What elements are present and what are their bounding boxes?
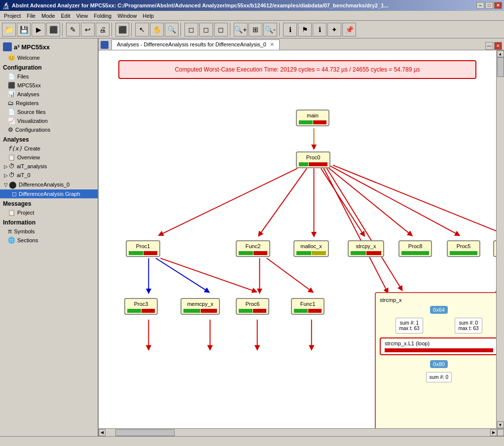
- menu-project[interactable]: Project: [1, 12, 24, 20]
- menu-bar: Project File Mode Edit View Folding Wind…: [0, 11, 504, 21]
- maximize-button[interactable]: □: [485, 2, 493, 9]
- sidebar-item-ait-analysis[interactable]: ▷ ⏱ aiT_analysis: [0, 162, 98, 171]
- scrollbar-up-button[interactable]: ▲: [497, 50, 504, 57]
- node-proc6[interactable]: Proc6: [236, 298, 269, 315]
- scrollbar-thumb[interactable]: [497, 57, 504, 77]
- node-proc8-bar-green: [401, 251, 429, 255]
- sidebar-item-overview[interactable]: 📋 Overview: [0, 153, 98, 162]
- sidebar-item-mpc55xx[interactable]: ⬛ MPC55xx: [0, 81, 98, 90]
- toolbar-flag[interactable]: ⚑: [298, 23, 312, 37]
- node-proc1[interactable]: Proc1: [126, 240, 160, 257]
- sidebar-item-welcome[interactable]: 😊 Welcome: [0, 53, 98, 62]
- scrollbar-track[interactable]: [497, 57, 504, 421]
- toolbar-btn-1[interactable]: 📁: [2, 23, 16, 37]
- analyses-section-header: Analyses: [0, 134, 98, 144]
- sidebar-item-visualization[interactable]: 📈 Visualization: [0, 116, 98, 125]
- sidebar-item-files[interactable]: 📄 Files: [0, 72, 98, 81]
- sidebar-item-source-files[interactable]: 📄 Source files: [0, 108, 98, 116]
- tree-toggle-ait[interactable]: ▷: [4, 164, 8, 169]
- node-proc0-bar-red: [309, 162, 327, 166]
- app-cube-icon: [3, 42, 12, 51]
- toolbar-info[interactable]: ℹ: [283, 23, 297, 37]
- toolbar-btn-7[interactable]: 🖨: [96, 23, 109, 37]
- toolbar-btn-10[interactable]: ◻: [199, 23, 213, 37]
- hex-node-80-container: 0x80: [380, 360, 496, 368]
- toolbar-btn-11[interactable]: ◻: [214, 23, 228, 37]
- scrollbar-down-button[interactable]: ▼: [497, 421, 504, 428]
- scrollbar-hthumb[interactable]: [115, 429, 175, 436]
- toolbar-zoom-in[interactable]: 🔍+: [234, 23, 248, 37]
- sidebar-item-diff-analysis[interactable]: ▽ ⬤ DifferenceAnalysis_0: [0, 180, 98, 189]
- menu-window[interactable]: Window: [114, 12, 140, 20]
- node-main[interactable]: main: [296, 110, 329, 126]
- sidebar-item-symbols[interactable]: π Symbols: [0, 227, 98, 236]
- toolbar-btn-6[interactable]: ↩: [81, 23, 95, 37]
- sum-nodes-row: sum #: 1 max t: 63 sum #: 0 max t: 63: [380, 318, 496, 334]
- node-strcpy-x[interactable]: strcpy_x: [348, 240, 384, 257]
- node-memcpy-x[interactable]: memcpy_x: [180, 298, 220, 315]
- title-bar-controls[interactable]: – □ ✕: [476, 2, 502, 9]
- sidebar-item-configurations[interactable]: ⚙ Configurations: [0, 125, 98, 134]
- menu-view[interactable]: View: [73, 12, 91, 20]
- hex-node-container: 0x64: [380, 306, 496, 314]
- tab-collapse-button[interactable]: —: [485, 42, 493, 50]
- minimize-button[interactable]: –: [476, 2, 484, 9]
- title-text: AbsInt Advanced Analyzer for MPC55xx: C:…: [12, 2, 389, 8]
- node-proc8[interactable]: Proc8: [398, 240, 432, 257]
- scrollbar-right-button[interactable]: ▶: [490, 429, 497, 436]
- sidebar-item-sections[interactable]: 🌐 Sections: [0, 236, 98, 245]
- menu-edit[interactable]: Edit: [58, 12, 73, 20]
- loop-node[interactable]: strcmp_x.L1 (loop): [380, 337, 496, 355]
- toolbar-info2[interactable]: ℹ: [313, 23, 326, 37]
- tab-close-button[interactable]: ✕: [270, 41, 274, 47]
- node-malloc-x[interactable]: malloc_x: [293, 240, 329, 257]
- hex-node-64[interactable]: 0x64: [430, 306, 448, 314]
- diff-icon: ⬤: [9, 181, 17, 188]
- scrollbar-htrack[interactable]: [106, 429, 490, 436]
- svg-line-14: [325, 167, 401, 289]
- tab-close-x-button[interactable]: ✕: [494, 42, 502, 50]
- node-proc0[interactable]: Proc0: [296, 151, 330, 168]
- toolbar-pin[interactable]: 📌: [342, 23, 356, 37]
- wcet-notice: Computed Worst-Case Execution Time: 2012…: [118, 60, 476, 79]
- node-proc1-bar-red: [144, 251, 158, 255]
- tree-toggle-ait0[interactable]: ▷: [4, 173, 8, 178]
- node-func2[interactable]: Func2: [236, 240, 270, 257]
- vertical-scrollbar[interactable]: ▲ ▼: [496, 50, 504, 428]
- menu-help[interactable]: Help: [140, 12, 157, 20]
- horizontal-scrollbar[interactable]: ◀ ▶: [99, 428, 504, 436]
- node-proc5[interactable]: Proc5: [447, 240, 480, 257]
- sidebar-item-analyses[interactable]: 📊 Analyses: [0, 90, 98, 99]
- toolbar-compass[interactable]: ✦: [327, 23, 341, 37]
- sidebar-item-create[interactable]: f(x) Create: [0, 144, 98, 153]
- menu-folding[interactable]: Folding: [91, 12, 114, 20]
- sidebar-item-diff-graph[interactable]: ◻ DifferenceAnalysis Graph: [0, 189, 98, 198]
- toolbar-btn-5[interactable]: ✎: [66, 23, 80, 37]
- toolbar-btn-8[interactable]: ⬛: [115, 23, 129, 37]
- node-proc3[interactable]: Proc3: [124, 298, 158, 315]
- menu-mode[interactable]: Mode: [38, 12, 58, 20]
- toolbar-search[interactable]: 🔍: [165, 23, 179, 37]
- menu-file[interactable]: File: [24, 12, 38, 20]
- scrollbar-left-button[interactable]: ◀: [99, 429, 106, 436]
- close-button[interactable]: ✕: [494, 2, 502, 9]
- node-proc4[interactable]: Proc4: [493, 240, 496, 257]
- node-func1[interactable]: Func1: [291, 298, 324, 315]
- toolbar-pointer[interactable]: ↖: [135, 23, 149, 37]
- node-proc0-bar-green: [299, 162, 308, 166]
- hex-node-80[interactable]: 0x80: [430, 360, 448, 368]
- toolbar-hand[interactable]: ✋: [150, 23, 164, 37]
- sidebar-item-ait-0[interactable]: ▷ ⏱ aiT_0: [0, 171, 98, 180]
- toolbar-btn-9[interactable]: ◻: [184, 23, 198, 37]
- node-memcpy-bar-green: [183, 309, 200, 313]
- content-tab-diff-analysis[interactable]: Analyses - DifferenceAnalysis results fo…: [111, 39, 280, 50]
- tree-toggle-diff[interactable]: ▽: [4, 182, 8, 187]
- toolbar-btn-2[interactable]: 💾: [17, 23, 31, 37]
- toolbar-sep-4: [180, 23, 182, 37]
- toolbar-btn-4[interactable]: ⬛: [46, 23, 60, 37]
- sidebar-item-project[interactable]: 📋 Project: [0, 208, 98, 217]
- toolbar-zoom-fit[interactable]: ⊞: [249, 23, 262, 37]
- toolbar-btn-3[interactable]: ▶: [32, 23, 45, 37]
- toolbar-zoom-out[interactable]: 🔍-: [263, 23, 277, 37]
- sidebar-item-registers[interactable]: 🗂 Registers: [0, 99, 98, 108]
